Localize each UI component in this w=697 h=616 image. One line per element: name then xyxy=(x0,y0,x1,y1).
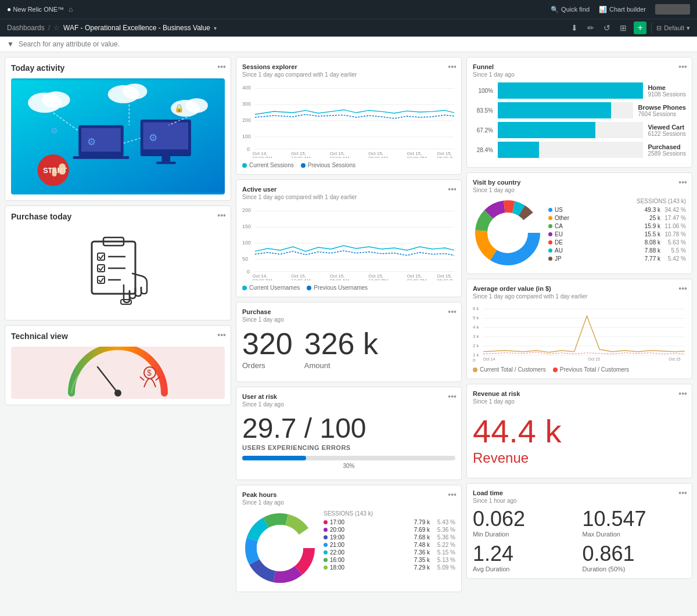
funnel-bar-1 xyxy=(498,102,611,118)
load-time-title: Load time xyxy=(473,489,686,496)
logo: ● New Relic ONE™ xyxy=(7,5,64,13)
funnel-bar-container-1 xyxy=(498,102,633,118)
panel-menu-technical[interactable]: ••• xyxy=(217,330,226,340)
orders-value: 320 xyxy=(242,329,293,359)
column-2: ••• Sessions explorer Since 1 day ago co… xyxy=(236,57,462,592)
revenue-label: Revenue xyxy=(473,450,686,466)
funnel-row-1: 83.5% Browse Phones 7604 Sessions xyxy=(473,102,686,118)
legend-dot xyxy=(307,286,311,290)
svg-text:03:00 PM: 03:00 PM xyxy=(407,156,427,158)
purchase-panel: ••• Purchase Since 1 day ago 320 Orders … xyxy=(236,302,462,382)
top-bar: ● New Relic ONE™ ⌂ 🔍 Quick find 📊 Chart … xyxy=(0,0,697,19)
chevron-down-icon[interactable]: ▾ xyxy=(214,25,217,31)
peak-dot xyxy=(324,543,328,547)
peak-dot xyxy=(324,535,328,539)
quick-find-button[interactable]: 🔍 Quick find xyxy=(551,6,590,13)
country-row-us: US 49.3 k 34.42 % xyxy=(548,207,686,213)
funnel-pct-1: 83.5% xyxy=(473,107,493,114)
legend-dot xyxy=(242,163,247,168)
favorite-icon[interactable]: ☆ xyxy=(53,24,60,32)
country-donut-chart xyxy=(473,198,542,268)
svg-text:Oct 15: Oct 15 xyxy=(588,357,600,361)
svg-text:06:00 P: 06:00 P xyxy=(437,278,452,280)
country-table: SESSIONS (143 k) US 49.3 k 34.42 % Other… xyxy=(548,198,686,268)
svg-text:300: 300 xyxy=(242,101,251,107)
funnel-row-2: 67.2% Viewed Cart 6122 Sessions xyxy=(473,122,686,138)
funnel-bar-container-0 xyxy=(498,82,643,99)
expand-button[interactable]: ⊞ xyxy=(617,22,629,34)
edit-button[interactable]: ✏ xyxy=(585,22,597,34)
svg-text:⚙: ⚙ xyxy=(87,136,96,147)
dashboards-link[interactable]: Dashboards xyxy=(7,24,45,32)
svg-text:100: 100 xyxy=(242,240,251,246)
legend-previous-total: Previous Total / Customers xyxy=(553,366,629,373)
panel-menu-avg-order[interactable]: ••• xyxy=(678,284,687,293)
active-user-chart: 200 150 100 50 0 Oct 14, 03:00 PM Oct 15… xyxy=(242,205,455,280)
country-row-de: DE 8.08 k 5.63 % xyxy=(548,239,686,246)
risk-bar-container xyxy=(242,456,455,460)
search-icon: 🔍 xyxy=(551,6,559,13)
panel-menu-load-time[interactable]: ••• xyxy=(678,488,687,498)
avg-order-subtitle: Since 1 day ago compared with 1 day earl… xyxy=(473,293,686,300)
peak-section: SESSIONS (143 k) 17:00 7.79 k 5.43 % 20:… xyxy=(242,510,455,586)
download-button[interactable]: ⬇ xyxy=(569,22,580,34)
peak-row-5: 16:00 7.35 k 5.13 % xyxy=(324,557,455,563)
default-view-button[interactable]: ⊟ Default ▾ xyxy=(656,24,690,32)
svg-text:2 k: 2 k xyxy=(473,343,479,348)
svg-point-98 xyxy=(257,525,303,571)
filter-input[interactable] xyxy=(19,40,690,48)
funnel-bar-container-3 xyxy=(498,142,643,158)
funnel-info-1: Browse Phones 7604 Sessions xyxy=(638,104,686,117)
peak-row-3: 21:00 7.48 k 5.22 % xyxy=(324,542,455,548)
purchase-icon-container xyxy=(11,227,225,314)
country-row-jp: JP 7.77 k 5.42 % xyxy=(548,255,686,262)
revenue-display: 44.4 k Revenue xyxy=(473,409,686,472)
column-3: ••• Funnel Since 1 day ago 100% Home 910… xyxy=(466,57,692,592)
load-p50-value: 0.861 xyxy=(583,543,687,564)
country-dot-jp xyxy=(548,257,552,261)
filter-icon[interactable]: ▼ xyxy=(7,40,14,48)
svg-text:0: 0 xyxy=(473,358,476,362)
add-widget-button[interactable]: + xyxy=(634,21,646,34)
country-dot-other xyxy=(548,216,552,220)
load-max-label: Max Duration xyxy=(583,531,687,538)
panel-menu-sessions[interactable]: ••• xyxy=(448,62,457,71)
svg-line-30 xyxy=(100,255,103,259)
sessions-explorer-subtitle: Since 1 day ago compared with 1 day earl… xyxy=(242,71,455,78)
revenue-subtitle: Since 1 day ago xyxy=(473,398,686,405)
breadcrumb-separator: / xyxy=(48,24,50,32)
layout-icon: ⊟ xyxy=(656,24,662,32)
sessions-chart: 400 300 200 100 0 Oct 14, 09:00 PM Oct 1… xyxy=(242,82,455,158)
panel-menu-funnel[interactable]: ••• xyxy=(678,62,687,71)
visit-country-subtitle: Since 1 day ago xyxy=(473,187,686,193)
peak-dot xyxy=(324,528,328,532)
time-button[interactable]: ↺ xyxy=(601,22,613,34)
svg-text:150: 150 xyxy=(242,224,251,229)
chart-builder-button[interactable]: 📊 Chart builder xyxy=(599,6,646,13)
home-icon[interactable]: ⌂ xyxy=(69,5,73,13)
country-dot-au xyxy=(548,248,552,253)
legend-dot xyxy=(473,368,477,372)
peak-dot xyxy=(324,520,328,524)
load-min-value: 0.062 xyxy=(473,509,577,529)
panel-menu-revenue[interactable]: ••• xyxy=(678,389,687,398)
funnel-title: Funnel xyxy=(473,63,686,70)
panel-menu-peak[interactable]: ••• xyxy=(448,490,457,499)
panel-menu-today[interactable]: ••• xyxy=(217,62,226,71)
svg-line-38 xyxy=(100,278,103,282)
risk-bar-fill xyxy=(242,456,306,460)
technical-view-panel: ••• Technical view xyxy=(5,325,231,405)
amount-number: 326 k Amount xyxy=(304,329,378,370)
sessions-header: SESSIONS (143 k) xyxy=(548,198,686,204)
svg-text:12:00 AM: 12:00 AM xyxy=(291,156,310,158)
panel-menu-active-user[interactable]: ••• xyxy=(448,185,457,194)
panel-menu-user-risk[interactable]: ••• xyxy=(448,392,457,401)
funnel-info-0: Home 9108 Sessions xyxy=(648,84,686,98)
panel-menu-purchase[interactable]: ••• xyxy=(448,307,457,316)
visit-country-panel: ••• Visit by country Since 1 day ago SES… xyxy=(466,172,692,274)
panel-menu-purchase-today[interactable]: ••• xyxy=(217,211,226,220)
avg-order-title: Average order value (in $) xyxy=(473,285,686,292)
svg-rect-25 xyxy=(52,167,57,176)
country-row-other: Other 25 k 17.47 % xyxy=(548,215,686,221)
panel-menu-country[interactable]: ••• xyxy=(678,178,687,187)
